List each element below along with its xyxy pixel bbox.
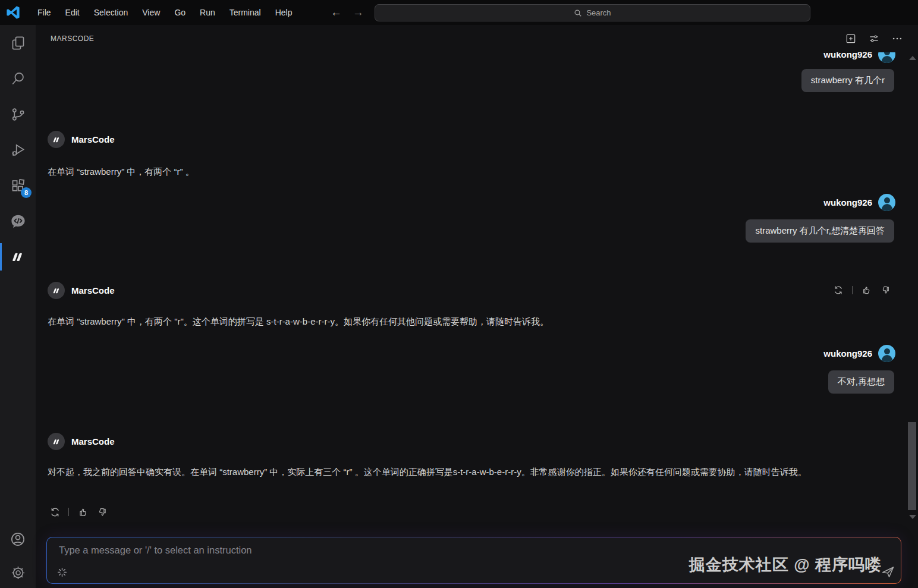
sidebar-item-run-debug[interactable] (0, 132, 36, 168)
menu-go[interactable]: Go (167, 5, 193, 20)
activity-bar: 8 (0, 25, 36, 588)
sidebar-item-settings[interactable] (0, 557, 36, 588)
user-message-bubble: strawberry 有几个r (801, 69, 894, 92)
user-message: 不对,再想想 (36, 370, 905, 394)
menubar: File Edit Selection View Go Run Terminal… (30, 5, 299, 20)
marscode-avatar (48, 282, 65, 299)
thumbs-down-icon (881, 285, 891, 295)
message-actions (49, 506, 108, 518)
menu-selection[interactable]: Selection (87, 5, 136, 20)
search-icon (10, 71, 26, 87)
sidebar-item-source-control[interactable] (0, 96, 36, 132)
thumbs-down-button[interactable] (96, 506, 108, 518)
ellipsis-icon (891, 33, 903, 45)
marscode-icon (9, 248, 27, 266)
marscode-avatar (48, 131, 65, 148)
message-actions (832, 284, 892, 296)
regenerate-button[interactable] (49, 506, 61, 518)
sidebar-item-explorer[interactable] (0, 25, 36, 61)
user-name: wukong926 (823, 348, 872, 359)
account-icon (10, 531, 26, 548)
thumbs-down-button[interactable] (880, 284, 892, 296)
assistant-message-header: MarsCode (48, 433, 115, 450)
panel-title: MARSCODE (51, 34, 94, 43)
assistant-name: MarsCode (71, 134, 115, 144)
thumbs-up-icon (77, 507, 89, 518)
files-icon (10, 35, 26, 51)
menu-help[interactable]: Help (268, 5, 300, 20)
gear-icon (10, 565, 26, 581)
assistant-message-text: 在单词 “strawberry” 中，有两个 “r” 。 (48, 164, 882, 180)
settings-sliders-button[interactable] (867, 32, 881, 45)
assistant-message-header: MarsCode (48, 131, 115, 148)
thumbs-up-icon (861, 285, 872, 295)
scrollbar-thumb[interactable] (908, 422, 916, 510)
user-message-header: wukong926 (36, 345, 905, 362)
panel-header: MARSCODE (36, 25, 918, 52)
composer: 掘金技术社区 @ 程序吗喽 (46, 537, 901, 584)
sidebar-item-marscode[interactable] (0, 239, 36, 275)
assistant-message-header: MarsCode (48, 282, 115, 299)
marscode-icon (51, 285, 62, 296)
scroll-down-arrow-icon[interactable] (909, 515, 916, 519)
forward-arrow-icon[interactable]: → (353, 6, 364, 19)
vscode-logo-icon (5, 5, 21, 20)
sidebar-item-account[interactable] (0, 521, 36, 557)
menu-edit[interactable]: Edit (58, 5, 87, 20)
scrollbar[interactable] (908, 52, 917, 588)
menu-terminal[interactable]: Terminal (222, 5, 268, 20)
user-avatar (878, 52, 895, 63)
new-chat-icon (845, 33, 857, 45)
thumbs-down-icon (97, 507, 108, 518)
user-avatar (878, 345, 895, 362)
sidebar-item-code-chat[interactable] (0, 203, 36, 239)
back-arrow-icon[interactable]: ← (331, 6, 342, 19)
assistant-message-text: 在单词 "strawberry" 中，有两个 "r"。这个单词的拼写是 s-t-… (48, 314, 882, 329)
sidebar-item-search[interactable] (0, 61, 36, 96)
user-message: strawberry 有几个r (36, 69, 905, 92)
user-message-bubble: 不对,再想想 (828, 370, 894, 394)
user-message-header: wukong926 (36, 52, 905, 63)
user-message-header: wukong926 (36, 194, 905, 211)
user-message: strawberry 有几个r,想清楚再回答 (36, 219, 905, 243)
code-chat-icon (10, 213, 27, 230)
marscode-icon (51, 134, 62, 145)
sidebar-item-extensions[interactable]: 8 (0, 168, 36, 203)
titlebar: File Edit Selection View Go Run Terminal… (0, 0, 918, 25)
regenerate-icon (833, 285, 844, 295)
send-icon[interactable] (881, 564, 895, 579)
assistant-name: MarsCode (71, 436, 115, 446)
search-placeholder: Search (586, 8, 611, 17)
scroll-up-arrow-icon[interactable] (909, 56, 916, 60)
source-control-icon (10, 106, 26, 122)
menu-run[interactable]: Run (193, 5, 222, 20)
user-message-bubble: strawberry 有几个r,想清楚再回答 (746, 219, 894, 243)
marscode-panel: MARSCODE wukong926 (36, 25, 918, 588)
run-debug-icon (10, 142, 26, 158)
user-name: wukong926 (823, 52, 872, 59)
user-name: wukong926 (823, 197, 872, 207)
extensions-badge: 8 (21, 187, 32, 198)
regenerate-button[interactable] (832, 284, 844, 296)
marscode-icon (51, 436, 62, 447)
sliders-icon (868, 33, 880, 45)
marscode-avatar (48, 433, 65, 450)
regenerate-icon (49, 507, 61, 518)
global-search-input[interactable]: Search (375, 4, 810, 21)
menu-file[interactable]: File (30, 5, 58, 20)
assistant-name: MarsCode (71, 285, 115, 295)
watermark-text: 掘金技术社区 @ 程序吗喽 (689, 554, 882, 576)
menu-view[interactable]: View (135, 5, 167, 20)
chat-history: wukong926 strawberry 有几个r MarsCode 在单词 “… (36, 52, 905, 588)
thumbs-up-button[interactable] (77, 506, 89, 518)
assistant-message-text: 对不起，我之前的回答中确实有误。在单词 “strawberry” 中，实际上有三… (48, 464, 882, 480)
message-input[interactable] (58, 543, 510, 560)
search-icon (574, 9, 582, 17)
new-chat-button[interactable] (844, 32, 857, 45)
user-avatar (878, 194, 895, 211)
instruction-sparkle-icon[interactable] (57, 567, 67, 577)
more-options-button[interactable] (891, 32, 904, 45)
thumbs-up-button[interactable] (860, 284, 872, 296)
